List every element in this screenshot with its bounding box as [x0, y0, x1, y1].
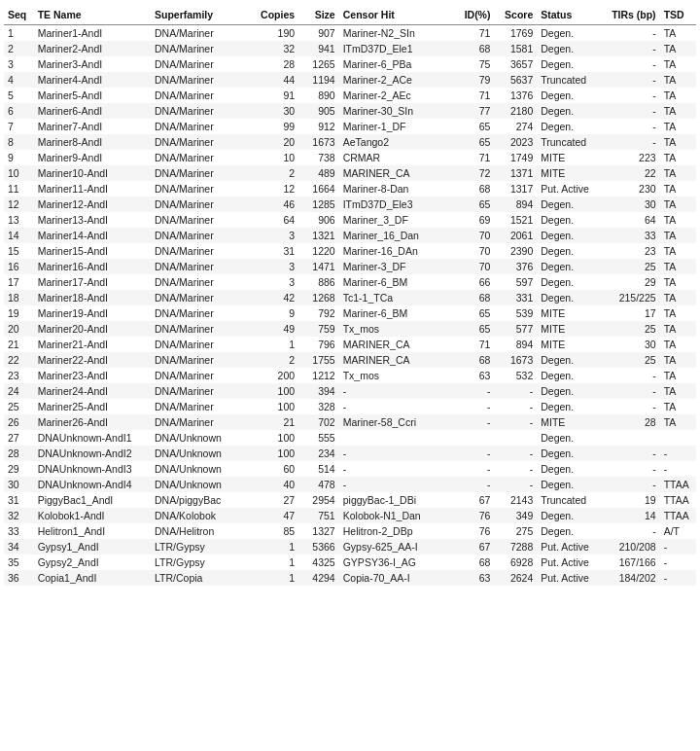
header-score: Score — [494, 6, 537, 25]
table-cell: - — [339, 477, 456, 492]
table-cell: 376 — [494, 259, 537, 274]
table-row: 23Mariner23-AndIDNA/Mariner2001212Tx_mos… — [4, 368, 696, 383]
table-cell: 751 — [298, 508, 339, 523]
table-cell: Degen. — [537, 508, 603, 523]
table-cell: 11 — [4, 181, 34, 197]
table-cell: 19 — [603, 492, 660, 508]
table-cell: 2390 — [494, 243, 537, 259]
table-cell: Mariner8-AndI — [34, 134, 151, 150]
header-size: Size — [298, 6, 339, 25]
table-cell: Mariner-2_ACe — [339, 72, 456, 88]
table-cell: 63 — [456, 368, 494, 383]
table-cell: LTR/Gypsy — [151, 539, 252, 554]
table-row: 7Mariner7-AndIDNA/Mariner99912Mariner-1_… — [4, 119, 696, 134]
table-cell: DNA/Mariner — [151, 368, 252, 383]
table-cell: DNA/Mariner — [151, 88, 252, 103]
table-cell: piggyBac-1_DBi — [339, 492, 456, 508]
table-cell: Mariner-2_AEc — [339, 88, 456, 103]
table-cell: Mariner7-AndI — [34, 119, 151, 134]
table-cell: - — [603, 88, 660, 103]
table-cell: 21 — [252, 414, 298, 430]
table-row: 22Mariner22-AndIDNA/Mariner21755MARINER_… — [4, 352, 696, 368]
table-cell: 1664 — [298, 181, 339, 197]
table-cell: CRMAR — [339, 150, 456, 165]
table-cell: 12 — [4, 197, 34, 212]
table-cell: 17 — [4, 274, 34, 290]
table-cell: 1581 — [494, 41, 537, 56]
table-cell: 234 — [298, 446, 339, 461]
table-row: 34Gypsy1_AndILTR/Gypsy15366Gypsy-625_AA-… — [4, 539, 696, 554]
table-cell: 8 — [4, 134, 34, 150]
table-cell: 796 — [298, 337, 339, 352]
table-cell: 44 — [252, 72, 298, 88]
table-cell: 3657 — [494, 56, 537, 72]
table-cell: 33 — [4, 523, 34, 539]
table-cell: 6928 — [494, 554, 537, 570]
table-row: 21Mariner21-AndIDNA/Mariner1796MARINER_C… — [4, 337, 696, 352]
table-cell: - — [494, 383, 537, 399]
table-cell: Mariner-30_SIn — [339, 103, 456, 119]
table-cell: Mariner24-AndI — [34, 383, 151, 399]
table-cell: - — [603, 119, 660, 134]
table-cell: - — [603, 134, 660, 150]
table-cell: TA — [660, 243, 696, 259]
table-row: 33Helitron1_AndIDNA/Helitron851327Helitr… — [4, 523, 696, 539]
table-cell: Mariner15-AndI — [34, 243, 151, 259]
table-cell: Mariner-16_DAn — [339, 243, 456, 259]
table-cell: 2 — [4, 41, 34, 56]
table-cell: - — [660, 539, 696, 554]
table-row: 30DNAUnknown-AndI4DNA/Unknown40478---Deg… — [4, 477, 696, 492]
table-cell: Put. Active — [537, 570, 603, 586]
table-cell: DNA/Mariner — [151, 56, 252, 72]
table-cell: 85 — [252, 523, 298, 539]
table-cell: TA — [660, 259, 696, 274]
table-cell: 1212 — [298, 368, 339, 383]
table-cell: 65 — [456, 134, 494, 150]
table-row: 6Mariner6-AndIDNA/Mariner30905Mariner-30… — [4, 103, 696, 119]
table-cell: 67 — [456, 492, 494, 508]
main-table-container: Seq TE Name Superfamily Copies Size Cens… — [0, 0, 700, 591]
table-cell: 100 — [252, 446, 298, 461]
table-cell: 17 — [603, 305, 660, 321]
table-cell: TA — [660, 212, 696, 228]
table-cell: - — [660, 570, 696, 586]
table-cell: 70 — [456, 243, 494, 259]
table-row: 4Mariner4-AndIDNA/Mariner441194Mariner-2… — [4, 72, 696, 88]
table-cell: 20 — [252, 134, 298, 150]
table-cell: 49 — [252, 321, 298, 337]
table-cell: Kolobok-N1_Dan — [339, 508, 456, 523]
table-cell: Mariner-6_BM — [339, 305, 456, 321]
table-cell: Mariner1-AndI — [34, 25, 151, 42]
table-cell: Degen. — [537, 41, 603, 56]
table-cell: 28 — [603, 414, 660, 430]
table-cell: - — [494, 461, 537, 477]
table-cell: 27 — [252, 492, 298, 508]
table-cell: 91 — [252, 88, 298, 103]
table-cell: 1 — [252, 337, 298, 352]
table-cell: DNA/Mariner — [151, 290, 252, 305]
table-cell: 68 — [456, 352, 494, 368]
table-cell: 478 — [298, 477, 339, 492]
table-cell: TA — [660, 228, 696, 243]
table-cell: 597 — [494, 274, 537, 290]
table-cell: DNA/Unknown — [151, 446, 252, 461]
table-cell: DNA/Mariner — [151, 321, 252, 337]
table-cell: 2180 — [494, 103, 537, 119]
table-cell: 1673 — [298, 134, 339, 150]
table-cell: 5637 — [494, 72, 537, 88]
table-cell: 1 — [4, 25, 34, 42]
table-cell: 67 — [456, 539, 494, 554]
table-cell: Degen. — [537, 430, 603, 446]
table-cell: - — [603, 383, 660, 399]
table-cell: 68 — [456, 181, 494, 197]
table-body: 1Mariner1-AndIDNA/Mariner190907Mariner-N… — [4, 25, 696, 587]
table-cell: 4294 — [298, 570, 339, 586]
table-cell: 738 — [298, 150, 339, 165]
table-cell: DNA/Mariner — [151, 228, 252, 243]
table-cell: LTR/Gypsy — [151, 554, 252, 570]
table-row: 32Kolobok1-AndIDNA/Kolobok47751Kolobok-N… — [4, 508, 696, 523]
table-cell: Tc1-1_TCa — [339, 290, 456, 305]
table-cell: TA — [660, 181, 696, 197]
table-cell: 792 — [298, 305, 339, 321]
table-cell: - — [494, 414, 537, 430]
